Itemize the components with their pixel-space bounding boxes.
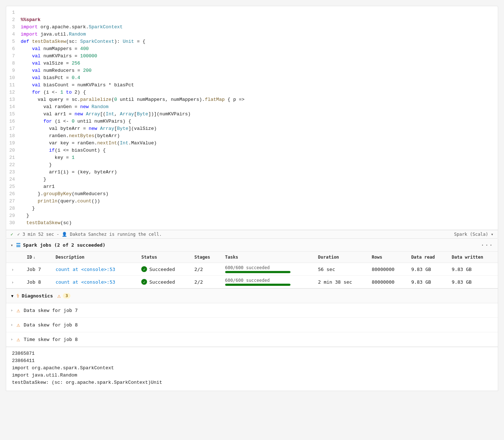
output-text: 23865871 23866411 import org.apache.spar…	[12, 350, 492, 386]
line-content: val ranGen = new Random	[21, 103, 109, 111]
code-line: 11 val biasCount = numKVPairs * biasPct	[6, 82, 498, 89]
diagnostic-item[interactable]: ›⚠Data skew for job 7	[6, 303, 498, 318]
code-token: Random	[92, 104, 109, 110]
code-line: 5def testDataSkew(sc: SparkContext): Uni…	[6, 38, 498, 45]
code-line: 14 val ranGen = new Random	[6, 103, 498, 111]
line-content: testDataSkew(sc)	[21, 219, 72, 227]
line-number: 9	[6, 67, 21, 74]
code-token: biasPct =	[43, 75, 72, 81]
code-token	[21, 220, 27, 226]
job-expand-button-1[interactable]: ›	[11, 280, 15, 284]
task-progress-bar	[225, 271, 290, 273]
job-status: ✓Succeeded	[137, 263, 190, 276]
code-token: Random	[69, 32, 86, 37]
job-expand-button-0[interactable]: ›	[11, 267, 15, 272]
job-rows: 80000000	[367, 263, 407, 276]
diagnostic-item[interactable]: ›⚠Data skew for job 8	[6, 318, 498, 332]
table-row: ›Job 8count at <console>:53✓Succeeded2/2…	[6, 276, 498, 288]
line-number: 24	[6, 176, 21, 183]
line-number: 2	[6, 16, 21, 24]
line-content: if(i <= biasCount) {	[21, 147, 106, 154]
code-line: 23 arr1(i) = (key, byteArr)	[6, 169, 498, 176]
cell-footer: ✓ ✓ 3 min 52 sec - 👤 Dakota Sanchez is r…	[6, 230, 498, 238]
code-token: println	[38, 198, 58, 204]
runtime-info[interactable]: Spark (Scala) ▾	[454, 232, 493, 237]
diag-expand-icon[interactable]: ›	[11, 322, 13, 327]
code-token: ())	[92, 198, 100, 204]
code-token: }	[21, 162, 52, 168]
job-stages: 2/2	[190, 276, 221, 288]
diagnostics-count: 3	[63, 293, 70, 299]
diagnostic-item[interactable]: ›⚠Time skew for job 8	[6, 332, 498, 347]
task-bar-fill	[225, 284, 290, 286]
code-token: val ranGen =	[21, 104, 80, 110]
diag-expand-icon[interactable]: ›	[11, 308, 13, 313]
code-token: ranGen.	[21, 133, 69, 139]
line-content: val biasPct = 0.4	[21, 74, 80, 82]
code-token: Int	[120, 140, 128, 146]
code-line: 3import org.apache.spark.SparkContext	[6, 24, 498, 31]
code-token: [	[134, 111, 137, 117]
line-number: 3	[6, 24, 21, 31]
th-id[interactable]: ID ↓	[23, 252, 51, 263]
diagnostics-label: Diagnostics	[22, 293, 53, 299]
code-token: numReducers =	[43, 68, 83, 73]
code-token: ])](numKVPairs)	[148, 111, 191, 117]
line-content: for (i <- 0 until numKVPairs) {	[21, 118, 131, 125]
code-token: (query.	[57, 198, 77, 204]
line-content: val byteArr = new Array[Byte](valSize)	[21, 125, 157, 132]
check-icon: ✓	[11, 232, 13, 237]
code-token: java.util.	[41, 32, 69, 37]
code-token: Byte	[137, 111, 148, 117]
code-token: 1	[72, 155, 74, 160]
line-content: }	[21, 205, 35, 212]
code-token: .MaxValue)	[128, 140, 157, 146]
line-number: 10	[6, 74, 21, 82]
job-description-link[interactable]: count at <console>:53	[56, 279, 115, 285]
code-token: val query = sc.	[21, 97, 80, 102]
jobs-icon: ☰	[16, 242, 21, 248]
code-area: 12%%spark3import org.apache.spark.SparkC…	[6, 6, 498, 230]
code-token: Int	[106, 111, 114, 117]
line-content: val numMappers = 400	[21, 45, 89, 53]
code-line: 26 }.groupByKey(numReducers)	[6, 190, 498, 198]
code-token: groupByKey	[43, 191, 72, 197]
line-content: val valSize = 256	[21, 60, 80, 67]
line-content: val arr1 = new Array[(Int, Array[Byte])]…	[21, 111, 191, 118]
line-number: 27	[6, 198, 21, 205]
line-content: }	[21, 176, 46, 183]
code-line: 25 arr1	[6, 183, 498, 190]
jobs-table: ID ↓ Description Status Stages Tasks Dur…	[6, 252, 498, 288]
code-token: 2) {	[74, 90, 86, 95]
th-tasks: Tasks	[221, 252, 314, 263]
section-menu-button[interactable]: ···	[481, 242, 493, 248]
code-line: 9 val numReducers = 200	[6, 67, 498, 74]
collapse-icon[interactable]: ▾	[11, 243, 13, 248]
code-token: new	[89, 126, 100, 131]
code-token: }	[21, 177, 46, 182]
code-line: 17 val byteArr = new Array[Byte](valSize…	[6, 125, 498, 132]
runtime-arrow: ▾	[491, 232, 493, 237]
code-token: if	[21, 148, 55, 153]
line-number: 7	[6, 53, 21, 60]
spark-jobs-section: ▾ ☰ Spark jobs (2 of 2 succeeded) ··· ID…	[6, 239, 498, 289]
diag-collapse-icon[interactable]: ▾	[11, 292, 14, 299]
line-content: arr1(i) = (key, byteArr)	[21, 169, 117, 176]
code-token: Byte	[117, 126, 128, 131]
job-stages: 2/2	[190, 263, 221, 276]
code-token: (	[117, 140, 120, 146]
code-token: val	[21, 75, 43, 81]
code-token: count	[77, 198, 92, 204]
code-token: ](valSize)	[129, 126, 157, 131]
table-row: ›Job 7count at <console>:53✓Succeeded2/2…	[6, 263, 498, 276]
code-line: 6 val numMappers = 400	[6, 45, 498, 53]
cell-timing: ✓ ✓ 3 min 52 sec - 👤 Dakota Sanchez is r…	[11, 232, 162, 237]
th-description: Description	[51, 252, 137, 263]
code-line: 15 val arr1 = new Array[(Int, Array[Byte…	[6, 111, 498, 118]
diag-expand-icon[interactable]: ›	[11, 337, 13, 342]
line-number: 1	[6, 9, 21, 16]
job-description-link[interactable]: count at <console>:53	[56, 267, 115, 272]
code-token: 200	[83, 68, 92, 73]
code-token: val	[21, 61, 43, 66]
line-number: 29	[6, 212, 21, 219]
